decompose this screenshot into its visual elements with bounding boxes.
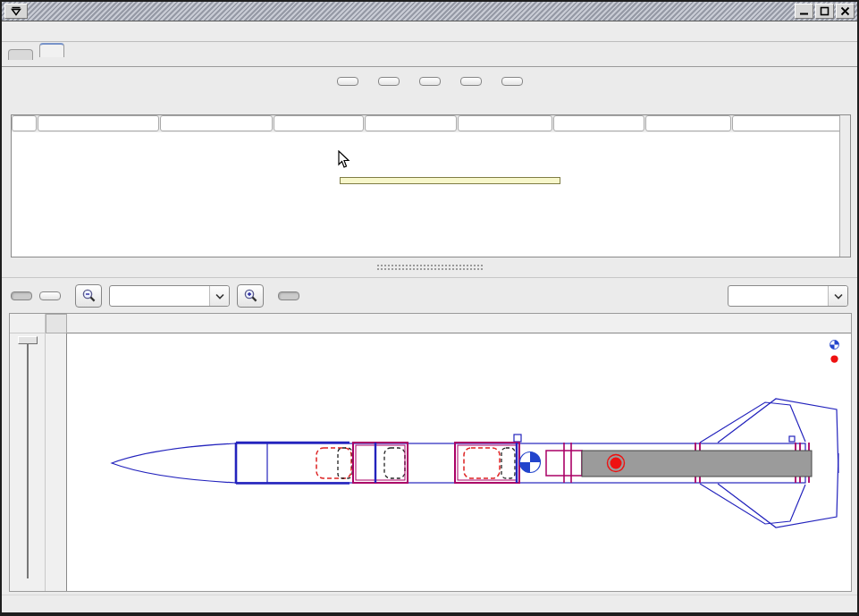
delete-simulations-button[interactable] (460, 77, 482, 86)
side-view-button[interactable] (11, 291, 32, 300)
close-icon (840, 6, 850, 16)
table-header-row (12, 115, 850, 132)
zoom-in-button[interactable] (237, 284, 264, 308)
column-header-time-to-apogee[interactable] (553, 115, 644, 131)
maximize-button[interactable] (815, 4, 834, 19)
horizontal-ruler (67, 314, 851, 333)
column-header-motors[interactable] (160, 115, 273, 131)
cg-icon (830, 340, 839, 353)
simulation-tooltip (340, 177, 560, 184)
table-scrollbar[interactable] (839, 115, 850, 257)
menu-file[interactable] (9, 30, 25, 33)
zoom-level-combobox[interactable] (109, 285, 230, 307)
panel-divider (2, 277, 857, 278)
tabbar (2, 42, 857, 67)
run-simulations-button[interactable] (419, 77, 441, 86)
column-header-apogee[interactable] (274, 115, 364, 131)
menu-edit[interactable] (25, 30, 41, 33)
new-simulation-button[interactable] (337, 77, 358, 86)
rotation-slider-track (27, 341, 29, 578)
cp-icon (830, 354, 839, 367)
zoom-out-icon (81, 289, 97, 304)
zoom-out-button[interactable] (75, 284, 102, 308)
vertical-ruler (46, 333, 67, 591)
back-view-button[interactable] (39, 291, 61, 300)
motor-configuration-combobox[interactable] (728, 285, 848, 307)
rocket-figure-panel (9, 313, 852, 592)
rotation-angle-label (10, 314, 46, 333)
column-header-max-velocity[interactable] (365, 115, 457, 131)
rotation-slider-handle[interactable] (18, 336, 38, 344)
titlebar (2, 2, 857, 21)
chevron-down-icon (209, 286, 229, 306)
minimize-button[interactable] (795, 4, 813, 19)
tab-rocket-design[interactable] (8, 49, 33, 60)
close-button[interactable] (836, 4, 855, 19)
ruler-unit-label (46, 314, 67, 333)
simulation-actions (2, 77, 857, 86)
menubar (2, 21, 857, 42)
column-header-name[interactable] (38, 115, 159, 131)
window-menu-button[interactable] (4, 4, 28, 19)
app-window (0, 0, 859, 616)
tab-flight-simulations[interactable] (39, 43, 64, 57)
zoom-in-icon (243, 289, 258, 304)
edit-simulation-button[interactable] (378, 77, 400, 86)
rocket-canvas[interactable] (67, 333, 851, 591)
cg-marker (520, 452, 541, 473)
status-bar (2, 595, 857, 614)
mouse-cursor (338, 150, 350, 168)
column-header-max-acceleration[interactable] (458, 115, 552, 131)
column-header-ground-hit-velocity[interactable] (732, 115, 845, 131)
splitter-handle[interactable] (377, 265, 483, 270)
maximize-icon (820, 6, 830, 16)
column-header-flight-time[interactable] (645, 115, 731, 131)
rotation-slider-column (10, 333, 46, 591)
menu-analyze[interactable] (41, 30, 57, 33)
flight-summary (74, 548, 174, 587)
stage-1-toggle[interactable] (278, 291, 299, 300)
minimize-icon (799, 6, 809, 16)
stability-info (830, 339, 842, 367)
simulations-table (11, 114, 851, 257)
column-header-status[interactable] (12, 115, 37, 131)
window-menu-icon (11, 6, 21, 16)
view-toolbar (11, 284, 848, 308)
plot-flight-button[interactable] (501, 77, 523, 86)
chevron-down-icon (828, 286, 847, 306)
rocket-diagram (67, 333, 851, 591)
